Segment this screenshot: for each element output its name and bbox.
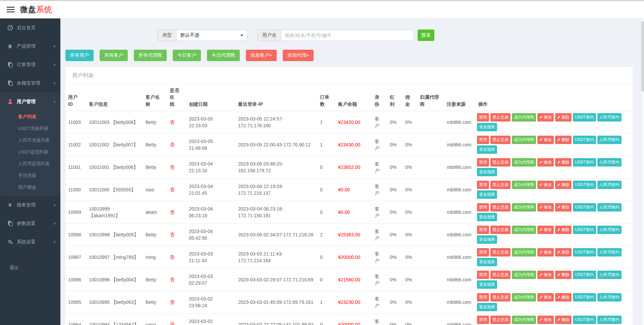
row-action-button[interactable]: 修改 (537, 136, 554, 144)
row-action-button[interactable]: 禁用 (477, 136, 489, 144)
row-action-button[interactable]: 成为代理商 (512, 158, 536, 167)
row-action-button[interactable]: 成为代理商 (512, 316, 536, 324)
toolbar-button[interactable]: 添加代理+ (283, 50, 314, 61)
row-action-button[interactable]: 禁用 (477, 113, 489, 122)
row-action-button[interactable]: USDT签约 (573, 226, 596, 234)
sidebar-item-2[interactable]: 订单管理 (0, 55, 60, 74)
row-action-button[interactable]: 删除 (555, 136, 572, 144)
row-action-button[interactable]: 禁止交易 (490, 136, 511, 144)
row-action-button[interactable]: 资金报表 (477, 123, 497, 131)
row-action-button[interactable]: 修改 (537, 113, 554, 122)
row-action-button[interactable]: 禁用 (477, 226, 489, 234)
row-action-button[interactable]: 禁用 (477, 203, 489, 212)
row-action-button[interactable]: 禁止交易 (490, 158, 511, 167)
row-action-button[interactable]: 人民币签约 (597, 226, 622, 234)
row-action-button[interactable]: 资金报表 (477, 258, 497, 266)
sidebar-subitem[interactable]: 手动充值 (0, 170, 60, 181)
row-action-button[interactable]: 人民币签约 (597, 181, 622, 189)
row-action-button[interactable]: 成为代理商 (512, 226, 536, 234)
sidebar-subitem[interactable]: 客户列表 (0, 111, 60, 123)
sidebar-subitem[interactable]: USDT充值列表 (0, 123, 60, 134)
row-action-button[interactable]: 禁用 (477, 293, 489, 301)
row-action-button[interactable]: 禁用 (477, 158, 489, 167)
search-button[interactable]: 搜索 (418, 30, 434, 41)
row-action-button[interactable]: 禁止交易 (490, 271, 511, 279)
row-action-button[interactable]: 删除 (555, 113, 572, 122)
row-action-button[interactable]: USDT签约 (573, 181, 596, 189)
row-action-button[interactable]: 成为代理商 (512, 293, 536, 301)
row-action-button[interactable]: 资金报表 (477, 213, 497, 221)
row-action-button[interactable]: USDT签约 (573, 316, 596, 324)
row-action-button[interactable]: 删除 (555, 158, 572, 167)
sidebar-subitem[interactable]: 人民币充值列表 (0, 134, 60, 146)
row-action-button[interactable]: 禁止交易 (490, 248, 511, 257)
row-action-button[interactable]: 资金报表 (477, 145, 497, 154)
row-action-button[interactable]: 禁止交易 (490, 316, 511, 324)
row-action-button[interactable]: 禁止交易 (490, 181, 511, 189)
row-action-button[interactable]: 人民币签约 (597, 293, 622, 301)
row-action-button[interactable]: USDT签约 (573, 271, 596, 279)
row-action-button[interactable]: 删除 (555, 203, 572, 212)
toolbar-button[interactable]: 所有代理商 (134, 50, 167, 61)
row-action-button[interactable]: 禁用 (477, 316, 489, 324)
row-action-button[interactable]: 删除 (555, 271, 572, 279)
row-action-button[interactable]: 禁止交易 (490, 113, 511, 122)
row-action-button[interactable]: 删除 (555, 248, 572, 257)
row-action-button[interactable]: 删除 (555, 316, 572, 324)
toolbar-button[interactable]: 所有客户 (100, 50, 128, 61)
row-action-button[interactable]: 人民币签约 (597, 113, 622, 122)
row-action-button[interactable]: USDT签约 (573, 158, 596, 167)
row-action-button[interactable]: 成为代理商 (512, 181, 536, 189)
row-action-button[interactable]: 人民币签约 (597, 158, 622, 167)
sidebar-item-6[interactable]: 参数设置 (0, 214, 60, 233)
row-action-button[interactable]: USDT签约 (573, 248, 596, 257)
row-action-button[interactable]: 禁用 (477, 248, 489, 257)
menu-toggle-icon[interactable] (7, 7, 15, 12)
row-action-button[interactable]: 禁用 (477, 271, 489, 279)
row-action-button[interactable]: 修改 (537, 203, 554, 212)
row-action-button[interactable]: 成为代理商 (512, 136, 536, 144)
toolbar-button[interactable]: 今日代理商 (207, 50, 240, 61)
toolbar-button[interactable]: 添加客户+ (246, 50, 277, 61)
row-action-button[interactable]: 成为代理商 (512, 113, 536, 122)
sidebar-subitem[interactable]: USDT提现列表 (0, 146, 60, 158)
scrollbar-track[interactable] (641, 18, 644, 325)
row-action-button[interactable]: 成为代理商 (512, 203, 536, 212)
sidebar-item-4[interactable]: 用户管理 (0, 92, 60, 111)
row-action-button[interactable]: USDT签约 (573, 136, 596, 144)
row-action-button[interactable]: 资金报表 (477, 168, 497, 176)
sidebar-item-5[interactable]: ¥报表管理 (0, 196, 60, 214)
row-action-button[interactable]: 人民币签约 (597, 316, 622, 324)
row-action-button[interactable]: 修改 (537, 248, 554, 257)
row-action-button[interactable]: 修改 (537, 271, 554, 279)
row-action-button[interactable]: 禁止交易 (490, 293, 511, 301)
sidebar-subitem[interactable]: 用户赠金 (0, 181, 60, 193)
row-action-button[interactable]: 禁止交易 (490, 203, 511, 212)
row-action-button[interactable]: 修改 (537, 316, 554, 324)
row-action-button[interactable]: 资金报表 (477, 190, 497, 199)
row-action-button[interactable]: 成为代理商 (512, 271, 536, 279)
row-action-button[interactable]: 修改 (537, 181, 554, 189)
row-action-button[interactable]: 删除 (555, 226, 572, 234)
row-action-button[interactable]: USDT签约 (573, 293, 596, 301)
sidebar-item-7[interactable]: 系统设置 (0, 233, 60, 251)
scrollbar-thumb[interactable] (641, 21, 644, 92)
row-action-button[interactable]: 删除 (555, 181, 572, 189)
row-action-button[interactable]: 人民币签约 (597, 248, 622, 257)
username-input[interactable] (281, 30, 414, 41)
row-action-button[interactable]: 资金报表 (477, 280, 497, 289)
row-action-button[interactable]: USDT签约 (573, 113, 596, 122)
type-select[interactable]: 默认不选 (176, 30, 247, 41)
row-action-button[interactable]: 修改 (537, 226, 554, 234)
row-action-button[interactable]: 人民币签约 (597, 203, 622, 212)
row-action-button[interactable]: 修改 (537, 293, 554, 301)
row-action-button[interactable]: 成为代理商 (512, 248, 536, 257)
row-action-button[interactable]: 禁止交易 (490, 226, 511, 234)
sidebar-item-3[interactable]: 余额宝管理 (0, 74, 60, 92)
sidebar-item-1[interactable]: ฿产品管理 (0, 37, 60, 55)
sidebar-item-8[interactable]: 退出 (0, 259, 60, 277)
row-action-button[interactable]: 人民币签约 (597, 136, 622, 144)
row-action-button[interactable]: 删除 (555, 293, 572, 301)
sidebar-item-0[interactable]: 后台首页 (0, 18, 60, 37)
row-action-button[interactable]: 资金报表 (477, 303, 497, 311)
